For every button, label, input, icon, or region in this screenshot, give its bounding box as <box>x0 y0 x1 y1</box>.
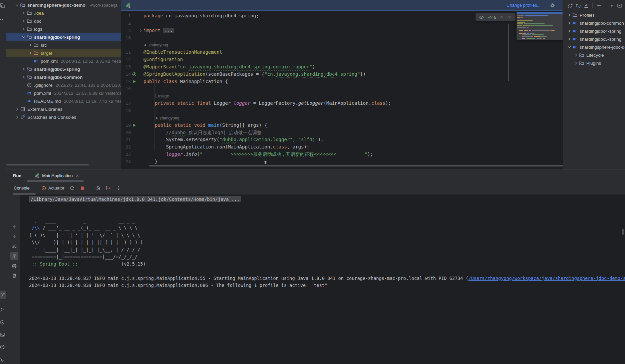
tree-item-shardingjdbc-common[interactable]: shardingjdbc-common <box>6 73 121 81</box>
code-line-24[interactable]: 24 } <box>121 158 563 165</box>
editor-vertical-scrollbar[interactable] <box>508 24 509 81</box>
tree-item-doc[interactable]: doc <box>6 17 121 25</box>
arrow-up-icon[interactable] <box>10 223 18 231</box>
maven-item-shardingsphere-jdbc-demo[interactable]: mshardingsphere-jdbc-demo <box>563 43 625 51</box>
close-icon[interactable] <box>75 173 80 178</box>
tree-item-readme-md[interactable]: M↓README.md2024/3/12, 13:19, 7.43 kB Yes… <box>6 97 121 105</box>
editor-horizontal-scrollbar[interactable] <box>149 165 611 166</box>
next-problem-chevron-icon[interactable] <box>508 15 512 19</box>
thread-dump-icon[interactable] <box>95 185 100 191</box>
console-output[interactable]: /Library/Java/JavaVirtualMachines/jdk1.8… <box>20 195 625 364</box>
chevron-right-icon[interactable] <box>573 52 579 58</box>
trash-icon[interactable] <box>10 272 18 280</box>
tree-item-shardingjdbc5-spring[interactable]: shardingjdbc5-spring <box>6 65 121 73</box>
run-line-gutter-icon[interactable] <box>132 123 137 128</box>
maven-item-plugins[interactable]: Plugins <box>563 59 625 67</box>
console-tab[interactable]: Console <box>14 186 30 191</box>
code-viewport[interactable]: 1package cn.javayong.shardingjdbc4.sprin… <box>121 11 563 169</box>
hint-text[interactable]: zhangyong <box>155 114 180 122</box>
spring-bean-gutter-icon[interactable] <box>132 72 137 77</box>
chevron-right-icon[interactable] <box>14 114 20 120</box>
tree-item-external-libraries[interactable]: External Libraries <box>6 105 121 113</box>
chevron-right-icon[interactable] <box>573 60 579 66</box>
run-maven-icon[interactable] <box>609 3 614 8</box>
sync-icon[interactable] <box>567 3 573 8</box>
console-vertical-scrollbar[interactable] <box>622 229 624 235</box>
actuator-tab[interactable]: Actuator <box>41 186 64 191</box>
chevron-down-icon[interactable] <box>21 34 26 40</box>
reload-projects-icon[interactable] <box>575 3 581 8</box>
chevron-right-icon[interactable] <box>21 10 26 16</box>
chevron-right-icon[interactable] <box>28 42 33 48</box>
chevron-right-icon[interactable] <box>14 106 20 112</box>
chevron-right-icon[interactable] <box>567 36 572 42</box>
code-line-16[interactable]: 16 <box>121 85 563 92</box>
prev-problem-chevron-icon[interactable] <box>500 15 504 19</box>
stripe-services-icon[interactable] <box>0 318 6 327</box>
tree-item--gitignore[interactable]: .gitignore2023/2/3, 22:41, 183 B 2024/1/… <box>6 81 121 89</box>
print-icon[interactable] <box>10 262 18 270</box>
rerun-icon[interactable] <box>69 185 75 191</box>
code-line-12[interactable]: 12@Configuration <box>121 56 563 63</box>
stripe-build-hammer-icon[interactable] <box>0 306 6 315</box>
banner-settings-gear-icon[interactable] <box>550 3 555 8</box>
tree-item--idea[interactable]: .idea <box>6 9 121 17</box>
code-line-10[interactable]: 10 <box>121 34 563 42</box>
stripe-terminal-icon[interactable] <box>0 330 6 339</box>
maven-item-lifecycle[interactable]: Lifecycle <box>563 51 625 59</box>
chevron-down-icon[interactable] <box>567 44 572 50</box>
chevron-right-icon[interactable] <box>21 66 26 72</box>
stop-icon[interactable] <box>79 185 85 191</box>
code-line-3[interactable]: 3import ... <box>121 27 563 34</box>
scroll-to-end-icon[interactable] <box>10 252 18 260</box>
arrow-down-icon[interactable] <box>10 232 18 240</box>
chevron-right-icon[interactable] <box>567 12 572 18</box>
code-line-15[interactable]: 15public class MainApplication { <box>121 78 563 85</box>
soft-wrap-icon[interactable] <box>10 242 18 250</box>
chevron-right-icon[interactable] <box>567 28 572 34</box>
tree-item-logs[interactable]: logs <box>6 25 121 33</box>
stripe-problems-icon[interactable] <box>0 343 6 351</box>
fold-chevron-icon[interactable] <box>138 28 143 33</box>
chevron-right-icon[interactable] <box>28 50 33 56</box>
code-line-23[interactable]: 23 logger.info(" >>>>>>>>服务启动成功，开启新的征程<<… <box>121 151 563 158</box>
tree-item-shardingsphere-jdbc-demo[interactable]: shardingsphere-jdbc-demo~/workspace/ja <box>6 1 121 9</box>
tree-item-shardingjdbc4-spring[interactable]: shardingjdbc4-spring <box>6 33 121 41</box>
code-line-11[interactable]: 11@EnableTransactionManagement <box>121 49 563 56</box>
project-horizontal-scrollbar[interactable] <box>6 164 89 165</box>
code-line-13[interactable]: 13@MapperScan("cn.javayong.shardingjdbc4… <box>121 63 563 71</box>
tree-item-pom-xml[interactable]: mpom.xml2024/3/12, 12:52, 3.31 kB Yester… <box>6 57 121 65</box>
tree-item-pom-xml[interactable]: mpom.xml2024/3/12, 12:53, 8.89 kB Yester… <box>6 89 121 97</box>
hint-text[interactable]: 1 usage <box>155 92 169 100</box>
code-line-17[interactable]: 17 private static final Logger logger = … <box>121 100 563 107</box>
stripe-run-icon[interactable] <box>0 291 6 299</box>
tree-item-target[interactable]: target <box>6 49 121 57</box>
stripe-project-folders-icon[interactable] <box>0 1 6 10</box>
change-profiles-link[interactable]: Change profiles... <box>507 3 541 8</box>
code-line-21[interactable]: 21 System.setProperty("dubbo.application… <box>121 136 563 143</box>
chevron-right-icon[interactable] <box>21 74 26 80</box>
chevron-right-icon[interactable] <box>21 18 26 24</box>
run-line-gutter-icon[interactable] <box>132 79 137 84</box>
console-file-link[interactable]: /Users/zhangyong/workspace/java/sharding… <box>468 276 625 281</box>
run-config-tab[interactable]: MainApplication <box>34 173 80 178</box>
chevron-right-icon[interactable] <box>567 20 572 26</box>
stripe-vcs-icon[interactable] <box>0 356 6 364</box>
code-line-19[interactable]: 19 public static void main(String[] args… <box>121 122 563 129</box>
code-line-20[interactable]: 20 //dubbo 默认日志走log4j 启动做一点调整 <box>121 129 563 136</box>
chevron-right-icon[interactable] <box>21 26 26 32</box>
code-line-18[interactable]: 18 <box>121 107 563 114</box>
maven-item-shardingjdbc-common[interactable]: mshardingjdbc-common <box>563 19 625 27</box>
highlight-level-eye-icon[interactable] <box>479 14 484 20</box>
maven-item-profiles[interactable]: Profiles <box>563 11 625 19</box>
code-line-22[interactable]: 22 SpringApplication.run(MainApplication… <box>121 143 563 151</box>
tree-item-scratches-and-consoles[interactable]: Scratches and Consoles <box>6 113 121 121</box>
editor-minimap-preview[interactable] <box>517 12 563 40</box>
tree-item-src[interactable]: src <box>6 41 121 49</box>
code-line-14[interactable]: 14@SpringBootApplication(scanBasePackage… <box>121 71 563 78</box>
maven-item-shardingjdbc5-spring[interactable]: mshardingjdbc5-spring <box>563 35 625 43</box>
inspections-widget[interactable]: 6 <box>476 13 516 21</box>
add-icon[interactable] <box>596 3 602 8</box>
more-kebab-icon[interactable] <box>115 185 121 191</box>
maven-item-shardingjdbc4-spring[interactable]: mshardingjdbc4-spring <box>563 27 625 35</box>
